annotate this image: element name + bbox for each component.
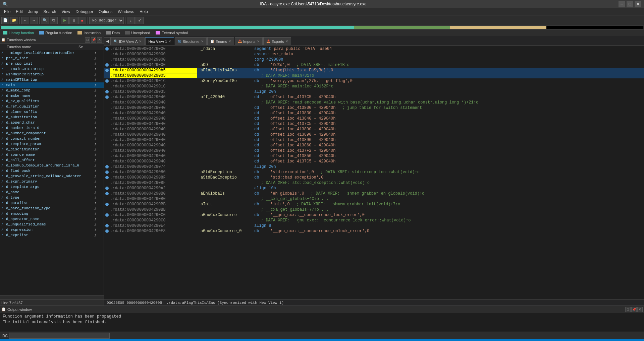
code-line[interactable]: .rdata:0000000000429040; DATA XREF: read…	[104, 100, 644, 105]
code-line[interactable]: .rdata:0000000000429035align 20h	[104, 89, 644, 94]
function-row[interactable]: /d_substitution.t	[0, 115, 104, 120]
menu-item-edit[interactable]: Edit	[13, 9, 25, 15]
code-line[interactable]: .rdata:00000000004290BBaInitdb'init',0; …	[104, 202, 644, 207]
tab-close-btn[interactable]: ✕	[201, 40, 204, 43]
output-pin-btn[interactable]: 📌	[631, 307, 637, 312]
function-row[interactable]: /d_append_char.t	[0, 120, 104, 125]
function-row[interactable]: /d_template_param.t	[0, 141, 104, 147]
code-line[interactable]: .rdata:0000000000429074align 20h	[104, 164, 644, 169]
code-line[interactable]: .rdata:00000000004290C0; DATA XREF: __gn…	[104, 218, 644, 223]
function-row[interactable]: /d_encoding.t	[0, 211, 104, 216]
function-row[interactable]: /d_cv_qualifiers.t	[0, 98, 104, 104]
code-line[interactable]: .rdata:0000000000429040ddoffset loc_4138…	[104, 116, 644, 121]
functions-scrollbar-h[interactable]	[0, 295, 104, 299]
toolbar-copy-btn[interactable]: ⧉	[50, 17, 58, 24]
debugger-select[interactable]: No debugger	[89, 17, 124, 24]
code-line[interactable]: .rdata:00000000004290A2align 10h	[104, 186, 644, 191]
menu-item-search[interactable]: Search	[41, 9, 59, 15]
toolbar-pause-btn[interactable]: ⏸	[69, 17, 77, 24]
functions-restore-btn[interactable]: □	[85, 37, 90, 43]
toolbar-fwd-btn[interactable]: →	[30, 17, 38, 24]
code-line[interactable]: .rdata:00000000004290B0; __cxa_get_globa…	[104, 196, 644, 202]
code-line[interactable]: .rdata:000000000042901C; DATA XREF: main…	[104, 84, 644, 89]
tab-close-btn[interactable]: ✕	[228, 40, 231, 43]
tab-close-btn[interactable]: ✕	[168, 40, 171, 43]
function-row[interactable]: /d_make_comp.t	[0, 88, 104, 93]
tab-structures[interactable]: 🏗Structures✕	[175, 37, 206, 45]
code-line[interactable]: .rdata:00000000004290C0aGnuCxxConcurredb…	[104, 212, 644, 218]
code-line[interactable]: .rdata:0000000000429000;org 429000h	[104, 57, 644, 62]
code-line[interactable]: .rdata:0000000000429000_rdatasegmentpara…	[104, 46, 644, 52]
function-row[interactable]: /d_compact_number.t	[0, 136, 104, 141]
tab-imports[interactable]: 📥Imports✕	[235, 37, 263, 45]
tab-hex-view-1[interactable]: Hex View-1✕	[145, 37, 174, 45]
toolbar-new-btn[interactable]: 📄	[1, 17, 9, 24]
close-button[interactable]: ✕	[635, 1, 641, 7]
toolbar-search-btn[interactable]: 🔍	[41, 17, 49, 24]
function-row[interactable]: /d_discriminator.t	[0, 147, 104, 152]
tab-exports[interactable]: 📥Exports✕	[263, 37, 291, 45]
function-row[interactable]: /d_exprlist.t	[0, 232, 104, 238]
function-row[interactable]: /d_template_args.t	[0, 184, 104, 190]
code-line[interactable]: .rdata:0000000000429040ddoffset loc_4137…	[104, 159, 644, 164]
function-row[interactable]: /d_type.t	[0, 195, 104, 200]
tab-close-btn[interactable]: ✕	[257, 40, 260, 43]
code-line[interactable]: .rdata:00000000004290BB; __cxa_get_globa…	[104, 207, 644, 212]
function-row[interactable]: /d_name.t	[0, 190, 104, 195]
functions-close-btn[interactable]: ✕	[97, 37, 102, 43]
function-row[interactable]: /WinMainCRTStartup.t	[0, 72, 104, 77]
function-row[interactable]: /__tmainCRTStartup.t	[0, 66, 104, 72]
code-line[interactable]: .rdata:0000000000429040ddoffset loc_4138…	[104, 111, 644, 116]
output-restore-btn[interactable]: □	[625, 307, 631, 312]
toolbar-run-btn[interactable]: ▶	[61, 17, 69, 24]
function-row[interactable]: /d_bare_function_type.t	[0, 206, 104, 211]
functions-pin-btn[interactable]: 📌	[91, 37, 96, 43]
idc-input[interactable]	[9, 333, 110, 339]
function-row[interactable]: /d_make_name.t	[0, 93, 104, 98]
code-line[interactable]: .rdata:0000000000429080aStdExceptiondb's…	[104, 169, 644, 175]
toolbar-stop-btn[interactable]: ■	[78, 17, 86, 24]
code-line[interactable]: .rdata:0000000000429040off_429040ddoffse…	[104, 94, 644, 100]
tab-close-btn[interactable]: ✕	[139, 40, 142, 43]
code-line[interactable]: .rdata:0000000000429040ddoffset loc_4137…	[104, 121, 644, 127]
function-row[interactable]: /d_expr_primary.t	[0, 179, 104, 184]
function-row[interactable]: /main.t	[0, 82, 104, 88]
code-line[interactable]: .rdata:00000000004290B0aEhGlobalsdb'eh_g…	[104, 191, 644, 196]
toolbar-step2-btn[interactable]: ↙	[136, 17, 144, 24]
function-row[interactable]: /d_grovable_string_callback_adapter.t	[0, 174, 104, 179]
function-row[interactable]: /d_source_name.t	[0, 152, 104, 157]
tab-enums[interactable]: 📋Enums✕	[207, 37, 234, 45]
code-line[interactable]: .rdata:0000000000429040ddoffset loc_4138…	[104, 127, 644, 132]
function-row[interactable]: /d_paralist.t	[0, 200, 104, 206]
function-row[interactable]: /pre_c_init.t	[0, 56, 104, 61]
code-line[interactable]: .rdata:0000000000429040ddoffset loc_4138…	[104, 132, 644, 137]
code-line[interactable]: .rdata:0000000000429040ddoffset loc_4138…	[104, 143, 644, 148]
tab-close-btn[interactable]: ✕	[285, 40, 288, 43]
code-line[interactable]: .rdata:0000000000429040ddoffset loc_4137…	[104, 148, 644, 153]
function-row[interactable]: /d_call_offset.t	[0, 157, 104, 163]
tab-scroll-left[interactable]: ◀	[104, 37, 111, 45]
code-line[interactable]: .rdata:000000000042908F; DATA XREF: std:…	[104, 180, 644, 186]
code-line[interactable]: .rdata:000000000042908FaStdBadExceptiodb…	[104, 175, 644, 180]
functions-list[interactable]: /__mingw_invalidParameterHandler.t/pre_c…	[0, 50, 104, 295]
code-line[interactable]: .rdata:00000000004290b5aFlagThisIsAEasdb…	[104, 68, 644, 73]
menu-item-jump[interactable]: Jump	[25, 9, 41, 15]
function-row[interactable]: /d_number_component.t	[0, 131, 104, 136]
code-line[interactable]: .rdata:0000000000429040ddoffset loc_4138…	[104, 137, 644, 143]
ida-view[interactable]: .rdata:0000000000429000_rdatasegmentpara…	[104, 46, 644, 299]
output-close-btn[interactable]: ✕	[637, 307, 643, 312]
code-line[interactable]: .rdata:0000000000429000assumecs:_rdata	[104, 52, 644, 57]
menu-item-options[interactable]: Options	[96, 9, 115, 15]
code-line[interactable]: .rdata:0000000000429000aDDdb'%d%d',0; DA…	[104, 62, 644, 68]
code-line[interactable]: .rdata:0000000000429040ddoffset loc_4138…	[104, 105, 644, 111]
toolbar-open-btn[interactable]: 📁	[10, 17, 18, 24]
function-row[interactable]: /d_unqualified_name.t	[0, 222, 104, 227]
minimize-button[interactable]: ─	[619, 1, 625, 7]
function-row[interactable]: /mainCRTStartup.t	[0, 77, 104, 82]
menu-item-windows[interactable]: Windows	[115, 9, 137, 15]
function-row[interactable]: /d_lookup_template_argument_isra_6.t	[0, 163, 104, 168]
function-row[interactable]: /__mingw_invalidParameterHandler.t	[0, 50, 104, 56]
tab-ida-view-a[interactable]: 🔍IDA View-A✕	[111, 37, 145, 45]
code-line[interactable]: .rdata:00000000004290E4align 8	[104, 223, 644, 228]
function-row[interactable]: /d_expression.t	[0, 227, 104, 232]
